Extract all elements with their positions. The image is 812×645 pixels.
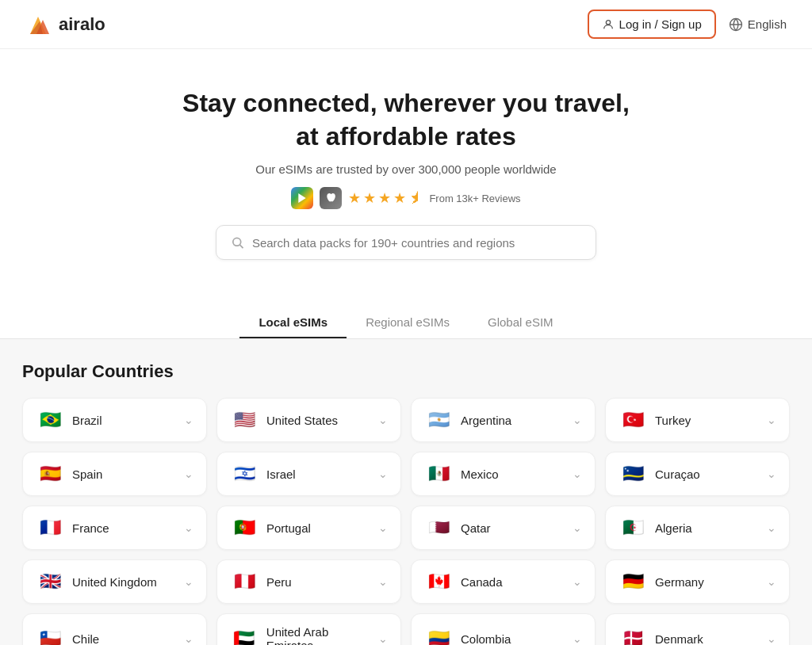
country-left-chile: 🇨🇱 Chile (36, 628, 99, 645)
hero-subtitle: Our eSIMs are trusted by over 300,000 pe… (13, 162, 799, 176)
tab-global-esim[interactable]: Global eSIM (469, 307, 573, 338)
country-card-qatar[interactable]: 🇶🇦 Qatar ⌄ (411, 506, 596, 550)
country-card-portugal[interactable]: 🇵🇹 Portugal ⌄ (216, 506, 401, 550)
country-left-portugal: 🇵🇹 Portugal (230, 517, 311, 538)
country-left-turkey: 🇹🇷 Turkey (619, 410, 691, 430)
country-name-turkey: Turkey (655, 414, 691, 427)
google-play-badge[interactable] (291, 187, 313, 209)
country-card-spain[interactable]: 🇪🇸 Spain ⌄ (22, 452, 207, 496)
country-left-israel: 🇮🇱 Israel (230, 464, 296, 484)
flag-denmark: 🇩🇰 (619, 628, 647, 645)
country-left-germany: 🇩🇪 Germany (619, 571, 704, 592)
flag-curacao: 🇨🇼 (619, 464, 647, 484)
flag-argentina: 🇦🇷 (424, 410, 453, 430)
tabs-bar: Local eSIMs Regional eSIMs Global eSIM (0, 307, 812, 339)
country-name-united-kingdom: United Kingdom (72, 575, 157, 589)
tab-regional-esims[interactable]: Regional eSIMs (347, 307, 469, 338)
country-name-chile: Chile (72, 632, 99, 645)
chevron-icon-portugal: ⌄ (378, 521, 388, 534)
country-card-united-arab-emirates[interactable]: 🇦🇪 United Arab Emirates ⌄ (216, 613, 401, 645)
chevron-icon-chile: ⌄ (184, 632, 193, 645)
country-card-turkey[interactable]: 🇹🇷 Turkey ⌄ (605, 398, 790, 442)
flag-united-arab-emirates: 🇦🇪 (230, 628, 259, 645)
logo-icon (25, 10, 54, 39)
country-card-mexico[interactable]: 🇲🇽 Mexico ⌄ (411, 452, 596, 496)
countries-grid: 🇧🇷 Brazil ⌄ 🇺🇸 United States ⌄ 🇦🇷 Argent… (22, 398, 790, 645)
search-input[interactable] (252, 236, 581, 250)
tab-local-esims[interactable]: Local eSIMs (239, 307, 347, 338)
chevron-icon-germany: ⌄ (767, 575, 776, 588)
logo[interactable]: airalo (25, 10, 105, 39)
chevron-icon-qatar: ⌄ (573, 521, 582, 534)
country-card-israel[interactable]: 🇮🇱 Israel ⌄ (216, 452, 401, 496)
apple-icon (325, 193, 336, 204)
chevron-icon-denmark: ⌄ (767, 632, 776, 645)
country-name-united-states: United States (266, 414, 338, 427)
country-name-peru: Peru (266, 575, 292, 589)
chevron-icon-turkey: ⌄ (767, 414, 776, 426)
flag-spain: 🇪🇸 (36, 464, 64, 484)
login-button[interactable]: Log in / Sign up (588, 10, 716, 39)
country-name-brazil: Brazil (72, 414, 102, 427)
flag-canada: 🇨🇦 (424, 571, 453, 592)
chevron-icon-israel: ⌄ (378, 468, 388, 480)
country-name-germany: Germany (655, 575, 704, 589)
app-badges: ★ ★ ★ ★ ⯨ From 13k+ Reviews (13, 187, 799, 209)
flag-mexico: 🇲🇽 (424, 464, 453, 484)
flag-germany: 🇩🇪 (619, 571, 647, 592)
country-card-denmark[interactable]: 🇩🇰 Denmark ⌄ (605, 613, 790, 645)
country-card-chile[interactable]: 🇨🇱 Chile ⌄ (22, 613, 207, 645)
country-card-brazil[interactable]: 🇧🇷 Brazil ⌄ (22, 398, 207, 442)
chevron-icon-algeria: ⌄ (767, 521, 776, 534)
flag-turkey: 🇹🇷 (619, 410, 647, 430)
country-name-mexico: Mexico (461, 468, 499, 481)
country-card-united-states[interactable]: 🇺🇸 United States ⌄ (216, 398, 401, 442)
country-card-peru[interactable]: 🇵🇪 Peru ⌄ (216, 559, 401, 604)
country-left-france: 🇫🇷 France (36, 517, 109, 538)
chevron-icon-curacao: ⌄ (767, 468, 776, 480)
country-card-united-kingdom[interactable]: 🇬🇧 United Kingdom ⌄ (22, 559, 207, 604)
apple-store-badge[interactable] (320, 187, 342, 209)
country-name-denmark: Denmark (655, 632, 703, 645)
country-card-curacao[interactable]: 🇨🇼 Curaçao ⌄ (605, 452, 790, 496)
country-name-argentina: Argentina (461, 414, 511, 427)
search-icon (231, 235, 244, 250)
flag-algeria: 🇩🇿 (619, 517, 647, 538)
country-left-spain: 🇪🇸 Spain (36, 464, 102, 484)
star-rating: ★ ★ ★ ★ ⯨ (348, 189, 423, 207)
chevron-icon-peru: ⌄ (378, 575, 388, 588)
country-card-canada[interactable]: 🇨🇦 Canada ⌄ (411, 559, 596, 604)
country-name-portugal: Portugal (266, 521, 311, 535)
country-card-algeria[interactable]: 🇩🇿 Algeria ⌄ (605, 506, 790, 550)
country-left-brazil: 🇧🇷 Brazil (36, 410, 102, 430)
chevron-icon-mexico: ⌄ (573, 468, 582, 480)
country-name-israel: Israel (266, 468, 296, 481)
chevron-icon-united-states: ⌄ (378, 414, 388, 426)
flag-united-kingdom: 🇬🇧 (36, 571, 64, 592)
country-card-germany[interactable]: 🇩🇪 Germany ⌄ (605, 559, 790, 604)
svg-point-6 (233, 239, 241, 246)
chevron-icon-colombia: ⌄ (573, 632, 582, 645)
flag-peru: 🇵🇪 (230, 571, 259, 592)
country-left-united-arab-emirates: 🇦🇪 United Arab Emirates (230, 625, 378, 645)
globe-icon (729, 17, 743, 32)
country-left-argentina: 🇦🇷 Argentina (424, 410, 511, 430)
country-card-france[interactable]: 🇫🇷 France ⌄ (22, 506, 207, 550)
chevron-icon-spain: ⌄ (184, 468, 193, 480)
header: airalo Log in / Sign up English (0, 0, 812, 49)
country-left-mexico: 🇲🇽 Mexico (424, 464, 499, 484)
country-name-qatar: Qatar (461, 521, 491, 535)
svg-point-3 (606, 20, 610, 24)
country-left-algeria: 🇩🇿 Algeria (619, 517, 692, 538)
search-bar (216, 225, 596, 260)
language-button[interactable]: English (729, 17, 787, 32)
country-name-algeria: Algeria (655, 521, 692, 535)
country-card-colombia[interactable]: 🇨🇴 Colombia ⌄ (411, 613, 596, 645)
country-card-argentina[interactable]: 🇦🇷 Argentina ⌄ (411, 398, 596, 442)
hero-section: Stay connected, wherever you travel, at … (0, 49, 812, 285)
country-name-canada: Canada (461, 575, 503, 589)
user-icon (602, 18, 615, 31)
flag-france: 🇫🇷 (36, 517, 64, 538)
country-left-colombia: 🇨🇴 Colombia (424, 628, 511, 645)
flag-israel: 🇮🇱 (230, 464, 259, 484)
